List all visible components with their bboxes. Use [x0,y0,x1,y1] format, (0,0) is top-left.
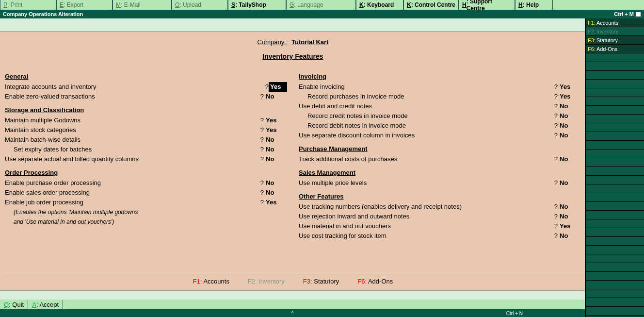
row-material[interactable]: Use material in and out vouchers ? Yes [299,221,581,231]
bottom-accept[interactable]: A: Accept [28,300,63,309]
side-empty [586,237,644,246]
row-debit-notes[interactable]: Record debit notes in invoice mode ? No [299,121,581,131]
fn-f6[interactable]: F6: Add-Ons [357,278,393,285]
row-sales-order[interactable]: Enable sales order processing ? No [5,188,287,198]
side-empty [586,281,644,289]
side-empty [586,53,644,62]
row-purchase-order[interactable]: Enable purchase order processing ? No [5,178,287,188]
side-empty [586,167,644,176]
section-purchase: Purchase Management [299,145,581,152]
row-tracking[interactable]: Use tracking numbers (enables delivery a… [299,202,581,212]
gap-top [0,18,585,31]
side-empty [586,254,644,263]
row-credit-notes[interactable]: Record credit notes in invoice mode ? No [299,111,581,121]
side-empty [586,228,644,237]
row-integrate[interactable]: Integrate accounts and inventory ? Yes [5,82,287,92]
side-f2-inventory: F2: Inventory [586,27,644,36]
gap-bottom [0,291,585,300]
row-zero[interactable]: Enable zero-valued transactions ? No [5,92,287,101]
side-empty [586,263,644,272]
section-general: General [5,73,287,80]
side-empty [586,71,644,80]
row-enable-invoicing[interactable]: Enable invoicing ? Yes [299,82,581,92]
menu-upload[interactable]: O: Upload [172,0,228,10]
row-batch-sub[interactable]: Set expiry dates for batches ? No [5,145,287,154]
side-empty [586,62,644,71]
job-note-2: and 'Use material in and out vouchers') [5,217,114,227]
side-empty [586,132,644,141]
row-record-purchases[interactable]: Record purchases in invoice mode ? Yes [299,92,581,101]
row-debit-credit[interactable]: Use debit and credit notes ? No [299,101,581,111]
side-empty [586,158,644,167]
menu-tallyshop[interactable]: S: TallyShop [228,0,286,10]
side-empty [586,80,644,88]
row-discount[interactable]: Use separate discount column in invoices… [299,131,581,140]
side-empty [586,184,644,193]
side-f6-addons[interactable]: F6: Add-Ons [586,45,644,53]
right-column: Invoicing Enable invoicing ? Yes Record … [299,68,581,271]
side-empty [586,298,644,307]
section-invoicing: Invoicing [299,73,581,80]
title-text: Company Operations Alteration [3,11,83,17]
row-stockcat[interactable]: Maintain stock categories ? Yes [5,125,287,135]
menu-language[interactable]: G: Language [286,0,356,10]
strip-shortcut: Ctrl + N [506,311,523,316]
side-f1-accounts[interactable]: F1: Accounts [586,18,644,27]
side-empty [586,115,644,123]
side-empty [586,272,644,281]
menu-help[interactable]: H: Help [515,0,553,10]
bottom-quit[interactable]: Q: Quit [0,300,28,309]
row-job-order[interactable]: Enable job order processing ? Yes [5,198,287,207]
menu-support-centre[interactable]: H: Support Centre [459,0,515,10]
section-order: Order Processing [5,169,287,176]
side-empty [586,219,644,228]
field-integrate-value[interactable]: Yes [269,82,287,92]
left-column: General Integrate accounts and inventory… [5,68,287,271]
window-toggle-icon[interactable] [636,12,641,17]
content-area: Company : Tutorial Kart Inventory Featur… [0,31,585,291]
job-note-1: (Enables the options 'Maintain multiple … [5,207,139,217]
side-empty [586,97,644,106]
fn-f3[interactable]: F3: Statutory [303,278,339,285]
menu-keyboard[interactable]: K: Keyboard [356,0,403,10]
side-empty [586,246,644,254]
side-empty [586,141,644,150]
function-keys-inline: F1: Accounts F2: Inventory F3: Statutory… [5,274,581,288]
fn-f1[interactable]: F1: Accounts [193,278,229,285]
company-label: Company : [258,38,288,46]
row-godowns[interactable]: Maintain multiple Godowns ? Yes [5,116,287,125]
side-empty [586,176,644,184]
side-empty [586,123,644,132]
top-menu: P: Print E: Export M: E-Mail O: Upload S… [0,0,644,10]
bottom-bar: Q: Quit A: Accept [0,300,585,309]
row-track-costs[interactable]: Track additional costs of purchases ? No [299,154,581,164]
side-empty [586,307,644,316]
row-actual[interactable]: Use separate actual and billed quantity … [5,154,287,164]
row-cost-tracking[interactable]: Use cost tracking for stock item ? No [299,231,581,241]
section-sales: Sales Management [299,169,581,176]
side-empty [586,88,644,97]
side-empty [586,289,644,298]
side-empty [586,211,644,219]
menu-control-centre[interactable]: K: Control Centre [403,0,459,10]
side-empty [586,106,644,115]
section-storage: Storage and Classification [5,106,287,114]
side-empty [586,193,644,202]
side-empty [586,202,644,211]
menu-export[interactable]: E: Export [56,0,113,10]
menu-email[interactable]: M: E-Mail [113,0,172,10]
title-shortcut: Ctrl + M [614,11,634,17]
company-name: Tutorial Kart [291,38,328,46]
fn-f2: F2: Inventory [248,278,285,285]
row-rejection[interactable]: Use rejection inward and outward notes ?… [299,212,581,221]
caret-up-icon: ^ [291,311,294,316]
page-heading: Inventory Features [5,52,581,60]
title-bar: Company Operations Alteration Ctrl + M [0,10,644,18]
side-f3-statutory[interactable]: F3: Statutory [586,36,644,45]
bottom-strip: ^ Ctrl + N [0,309,585,317]
side-empty [586,150,644,158]
row-batch[interactable]: Maintain batch-wise details ? No [5,135,287,145]
row-price-levels[interactable]: Use multiple price levels ? No [299,178,581,188]
side-panel: F1: Accounts F2: Inventory F3: Statutory… [585,18,644,317]
menu-print[interactable]: P: Print [0,0,56,10]
